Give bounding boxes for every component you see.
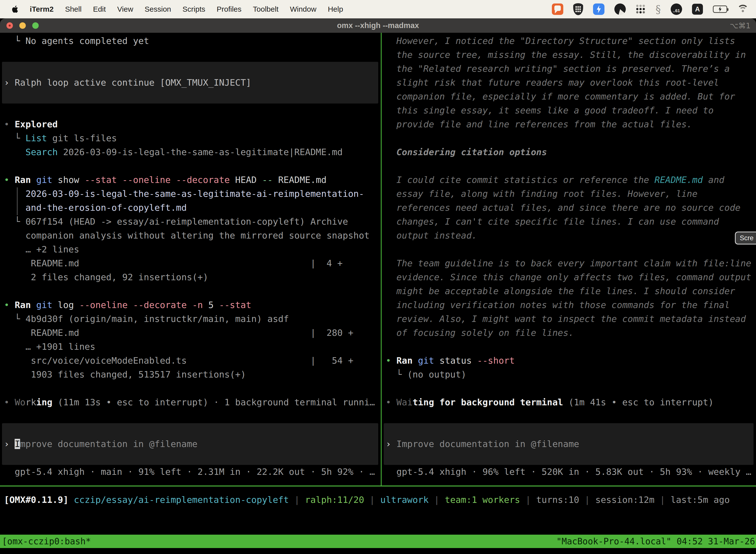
- text-segment: Ran: [15, 300, 31, 310]
- menu-item-edit[interactable]: Edit: [93, 5, 106, 13]
- text-segment: (11m 13s • esc to interrupt) · 1 backgro…: [52, 397, 375, 407]
- prompt-input[interactable]: › Improve documentation in @filename: [384, 423, 754, 465]
- text-segment: [4, 147, 25, 157]
- terminal-line: 1903 files changed, 513517 insertions(+): [0, 368, 381, 382]
- terminal-line: Search 2026-03-09-is-legal-the-same-as-l…: [0, 145, 381, 159]
- terminal-line: › Improve documentation in @filename: [2, 437, 197, 451]
- battery-charging-icon[interactable]: [713, 5, 727, 13]
- terminal-line: references need actual files, and since …: [382, 201, 756, 215]
- text-segment: •: [4, 300, 15, 310]
- text-segment: [OMX#0.11.9]: [4, 495, 68, 505]
- terminal-line: slight risk that future readers may over…: [382, 76, 756, 90]
- text-segment: 5: [203, 300, 219, 310]
- wifi-icon[interactable]: [737, 5, 749, 14]
- text-segment: HEAD: [230, 175, 262, 185]
- terminal-blank-line: [382, 242, 756, 257]
- terminal-blank-line: [0, 159, 381, 173]
- pie-meter-icon[interactable]: [614, 3, 626, 15]
- text-segment: ing: [36, 397, 52, 407]
- menu-item-scripts[interactable]: Scripts: [183, 5, 205, 13]
- text-segment: •: [4, 119, 15, 129]
- terminal-line: gpt-5.4 xhigh · 96% left · 520K in · 5.8…: [382, 465, 756, 479]
- text-segment: including verification notes with those …: [386, 300, 730, 310]
- text-segment: Ralph loop active continue [OMX_TMUX_INJ…: [15, 77, 251, 88]
- tmux-session-label[interactable]: [omx-cczip0:bash*: [0, 536, 91, 546]
- text-segment: ›: [386, 439, 396, 449]
- text-segment: •: [386, 397, 396, 407]
- terminal-line: The team guideline is to back every impo…: [382, 257, 756, 270]
- menu-item-shell[interactable]: Shell: [65, 5, 82, 13]
- menu-item-session[interactable]: Session: [145, 5, 171, 13]
- window-title: omx --xhigh --madmax: [0, 21, 756, 30]
- text-segment: I could cite commit statistics or refere…: [386, 175, 654, 185]
- menu-item-window[interactable]: Window: [290, 5, 316, 13]
- text-segment: └ (no output): [386, 369, 466, 380]
- terminal-line: might be acceptable alongside the file l…: [382, 284, 756, 298]
- left-terminal-pane[interactable]: └ No agents completed yet› Ralph loop ac…: [0, 33, 381, 486]
- terminal-blank-line: [0, 284, 381, 298]
- terminal-line: › Ralph loop active continue [OMX_TMUX_I…: [2, 76, 251, 90]
- text-segment: rk: [25, 397, 36, 407]
- text-segment: [68, 495, 74, 505]
- terminal-blank-line: [382, 409, 756, 423]
- keyboard-layout-icon[interactable]: A: [692, 4, 703, 15]
- text-segment: |: [520, 495, 536, 505]
- terminal-line: gpt-5.4 xhigh · main · 91% left · 2.31M …: [0, 465, 381, 479]
- menu-item-profiles[interactable]: Profiles: [216, 5, 241, 13]
- terminal-line: README.md | 280 +: [0, 326, 381, 340]
- text-segment: README.md | 4 +: [4, 258, 342, 268]
- text-segment: the "Related research writing" section i…: [386, 63, 730, 74]
- menu-item-help[interactable]: Help: [328, 5, 343, 13]
- terminal-line: • Working (11m 13s • esc to interrupt) ·…: [0, 395, 381, 409]
- screen-record-icon[interactable]: [552, 3, 563, 15]
- terminal-line: └ 067f154 (HEAD -> essay/ai-reimplementa…: [0, 215, 381, 229]
- terminal-line: 2026-03-09-is-legal-the-same-as-legitima…: [0, 187, 381, 201]
- text-segment: git: [36, 175, 52, 185]
- text-segment: mprove documentation in @filename: [20, 439, 197, 449]
- text-segment: ultrawork: [380, 495, 429, 505]
- terminal-line: 2 files changed, 92 insertions(+): [0, 270, 381, 284]
- pane-divider-horizontal: [0, 486, 756, 487]
- terminal-line: provide file and line references from th…: [382, 117, 756, 131]
- text-segment: session:12m: [595, 495, 654, 505]
- terminal-blank-line: [0, 382, 381, 395]
- shield-grid-icon[interactable]: [573, 3, 583, 15]
- right-terminal-pane[interactable]: However, I noticed the "Directory Struct…: [382, 33, 756, 486]
- menu-bar-status-icons: § ..61 A: [552, 3, 756, 15]
- text-segment: git: [36, 300, 52, 310]
- screen-sharing-pill[interactable]: Scre: [735, 232, 756, 244]
- text-segment: Wai: [396, 397, 413, 407]
- text-segment: ralph:11/20: [305, 495, 364, 505]
- text-segment: •: [386, 355, 396, 366]
- menu-item-view[interactable]: View: [117, 5, 133, 13]
- text-segment: ›: [4, 77, 15, 88]
- menu-item-iterm2[interactable]: iTerm2: [30, 5, 54, 13]
- tmux-host-clock: "MacBook-Pro-44.local" 04:52 31-Mar-26: [556, 536, 756, 546]
- terminal-line: review. Also, I might want to inspect th…: [382, 312, 756, 326]
- terminal-line: › Improve documentation in @filename: [384, 437, 579, 451]
- percent-badge-icon[interactable]: ..61: [671, 3, 682, 15]
- apple-menu-icon[interactable]: [11, 5, 18, 14]
- terminal-line: └ List git ls-files: [0, 131, 381, 145]
- window-title-bar[interactable]: omx --xhigh --madmax ⌥⌘1: [0, 18, 756, 33]
- prompt-input[interactable]: › Improve documentation in @filename: [2, 423, 378, 465]
- menu-bar: iTerm2 Shell Edit View Session Scripts P…: [0, 0, 756, 18]
- squiggle-icon[interactable]: §: [655, 3, 661, 15]
- terminal-line: • Waiting for background terminal (1m 41…: [382, 395, 756, 409]
- ralph-loop-banner[interactable]: › Ralph loop active continue [OMX_TMUX_I…: [2, 62, 378, 104]
- terminal-line: Considering citation options: [382, 145, 756, 159]
- omx-status-line: [OMX#0.11.9] cczip/essay/ai-reimplementa…: [0, 493, 756, 507]
- text-segment: evidence. Since this change only affects…: [386, 272, 751, 282]
- terminal-line: src/voice/voiceModeEnabled.ts | 54 +: [0, 354, 381, 368]
- text-segment: Ran: [15, 175, 31, 185]
- text-segment: gpt-5.4 xhigh · main · 91% left · 2.31M …: [4, 466, 375, 477]
- terminal-blank-line: [0, 48, 381, 62]
- menu-item-toolbelt[interactable]: Toolbelt: [253, 5, 278, 13]
- text-segment: └ 4b9d30f (origin/main, instructkr/main,…: [4, 314, 289, 324]
- text-segment: might be acceptable alongside the file l…: [386, 286, 735, 296]
- iterm2-window: omx --xhigh --madmax ⌥⌘1 └ No agents com…: [0, 18, 756, 554]
- dots-grid-icon[interactable]: [636, 4, 646, 14]
- text-segment: 2026-03-09-is-legal-the-same-as-legitima…: [58, 147, 343, 157]
- lightning-badge-icon[interactable]: [593, 3, 605, 15]
- text-segment: log: [52, 300, 79, 310]
